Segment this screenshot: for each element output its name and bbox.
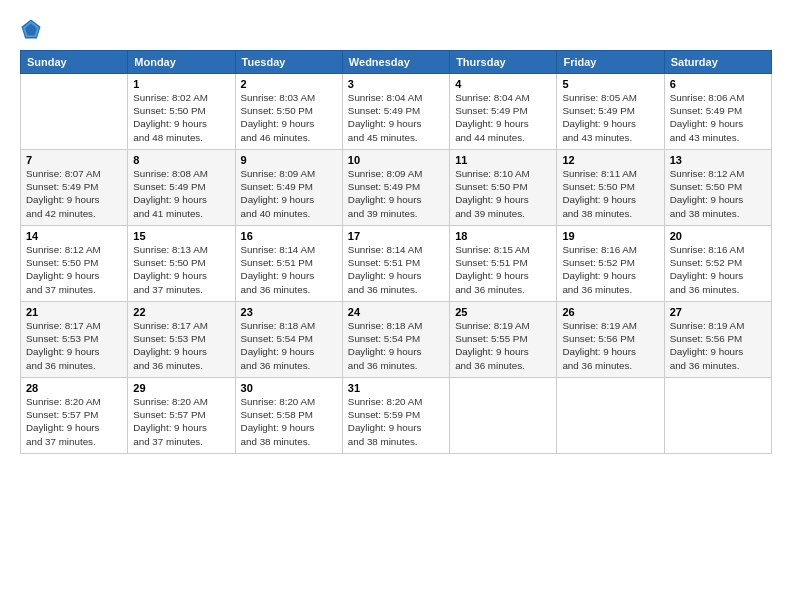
week-row-5: 28Sunrise: 8:20 AM Sunset: 5:57 PM Dayli…	[21, 378, 772, 454]
day-info: Sunrise: 8:20 AM Sunset: 5:59 PM Dayligh…	[348, 395, 444, 448]
day-cell: 7Sunrise: 8:07 AM Sunset: 5:49 PM Daylig…	[21, 150, 128, 226]
weekday-header-saturday: Saturday	[664, 51, 771, 74]
day-number: 31	[348, 382, 444, 394]
day-number: 12	[562, 154, 658, 166]
day-info: Sunrise: 8:08 AM Sunset: 5:49 PM Dayligh…	[133, 167, 229, 220]
day-number: 4	[455, 78, 551, 90]
day-info: Sunrise: 8:20 AM Sunset: 5:57 PM Dayligh…	[133, 395, 229, 448]
day-number: 21	[26, 306, 122, 318]
day-cell: 6Sunrise: 8:06 AM Sunset: 5:49 PM Daylig…	[664, 74, 771, 150]
day-cell: 18Sunrise: 8:15 AM Sunset: 5:51 PM Dayli…	[450, 226, 557, 302]
day-number: 20	[670, 230, 766, 242]
day-number: 1	[133, 78, 229, 90]
day-info: Sunrise: 8:20 AM Sunset: 5:57 PM Dayligh…	[26, 395, 122, 448]
day-number: 19	[562, 230, 658, 242]
day-info: Sunrise: 8:19 AM Sunset: 5:56 PM Dayligh…	[670, 319, 766, 372]
weekday-header-wednesday: Wednesday	[342, 51, 449, 74]
header	[20, 18, 772, 40]
day-info: Sunrise: 8:07 AM Sunset: 5:49 PM Dayligh…	[26, 167, 122, 220]
day-info: Sunrise: 8:09 AM Sunset: 5:49 PM Dayligh…	[241, 167, 337, 220]
day-info: Sunrise: 8:16 AM Sunset: 5:52 PM Dayligh…	[562, 243, 658, 296]
day-number: 24	[348, 306, 444, 318]
day-info: Sunrise: 8:18 AM Sunset: 5:54 PM Dayligh…	[348, 319, 444, 372]
day-cell: 27Sunrise: 8:19 AM Sunset: 5:56 PM Dayli…	[664, 302, 771, 378]
day-info: Sunrise: 8:14 AM Sunset: 5:51 PM Dayligh…	[241, 243, 337, 296]
day-cell: 4Sunrise: 8:04 AM Sunset: 5:49 PM Daylig…	[450, 74, 557, 150]
day-info: Sunrise: 8:12 AM Sunset: 5:50 PM Dayligh…	[26, 243, 122, 296]
day-number: 17	[348, 230, 444, 242]
day-cell: 23Sunrise: 8:18 AM Sunset: 5:54 PM Dayli…	[235, 302, 342, 378]
day-info: Sunrise: 8:14 AM Sunset: 5:51 PM Dayligh…	[348, 243, 444, 296]
day-cell: 8Sunrise: 8:08 AM Sunset: 5:49 PM Daylig…	[128, 150, 235, 226]
day-cell: 14Sunrise: 8:12 AM Sunset: 5:50 PM Dayli…	[21, 226, 128, 302]
day-number: 23	[241, 306, 337, 318]
day-info: Sunrise: 8:05 AM Sunset: 5:49 PM Dayligh…	[562, 91, 658, 144]
day-info: Sunrise: 8:06 AM Sunset: 5:49 PM Dayligh…	[670, 91, 766, 144]
day-info: Sunrise: 8:19 AM Sunset: 5:56 PM Dayligh…	[562, 319, 658, 372]
day-cell: 10Sunrise: 8:09 AM Sunset: 5:49 PM Dayli…	[342, 150, 449, 226]
day-cell	[21, 74, 128, 150]
day-cell: 12Sunrise: 8:11 AM Sunset: 5:50 PM Dayli…	[557, 150, 664, 226]
day-cell: 25Sunrise: 8:19 AM Sunset: 5:55 PM Dayli…	[450, 302, 557, 378]
day-info: Sunrise: 8:11 AM Sunset: 5:50 PM Dayligh…	[562, 167, 658, 220]
weekday-header-sunday: Sunday	[21, 51, 128, 74]
day-info: Sunrise: 8:02 AM Sunset: 5:50 PM Dayligh…	[133, 91, 229, 144]
day-info: Sunrise: 8:19 AM Sunset: 5:55 PM Dayligh…	[455, 319, 551, 372]
day-info: Sunrise: 8:10 AM Sunset: 5:50 PM Dayligh…	[455, 167, 551, 220]
weekday-header-tuesday: Tuesday	[235, 51, 342, 74]
day-number: 11	[455, 154, 551, 166]
day-info: Sunrise: 8:04 AM Sunset: 5:49 PM Dayligh…	[455, 91, 551, 144]
day-cell: 3Sunrise: 8:04 AM Sunset: 5:49 PM Daylig…	[342, 74, 449, 150]
day-info: Sunrise: 8:09 AM Sunset: 5:49 PM Dayligh…	[348, 167, 444, 220]
day-cell: 2Sunrise: 8:03 AM Sunset: 5:50 PM Daylig…	[235, 74, 342, 150]
day-info: Sunrise: 8:20 AM Sunset: 5:58 PM Dayligh…	[241, 395, 337, 448]
day-cell: 1Sunrise: 8:02 AM Sunset: 5:50 PM Daylig…	[128, 74, 235, 150]
day-cell	[557, 378, 664, 454]
day-number: 22	[133, 306, 229, 318]
day-number: 2	[241, 78, 337, 90]
day-number: 13	[670, 154, 766, 166]
day-cell	[664, 378, 771, 454]
day-info: Sunrise: 8:18 AM Sunset: 5:54 PM Dayligh…	[241, 319, 337, 372]
day-info: Sunrise: 8:17 AM Sunset: 5:53 PM Dayligh…	[26, 319, 122, 372]
day-cell: 13Sunrise: 8:12 AM Sunset: 5:50 PM Dayli…	[664, 150, 771, 226]
day-info: Sunrise: 8:12 AM Sunset: 5:50 PM Dayligh…	[670, 167, 766, 220]
day-number: 5	[562, 78, 658, 90]
day-number: 7	[26, 154, 122, 166]
day-cell: 11Sunrise: 8:10 AM Sunset: 5:50 PM Dayli…	[450, 150, 557, 226]
day-number: 15	[133, 230, 229, 242]
day-number: 30	[241, 382, 337, 394]
day-cell: 24Sunrise: 8:18 AM Sunset: 5:54 PM Dayli…	[342, 302, 449, 378]
weekday-header-monday: Monday	[128, 51, 235, 74]
day-number: 25	[455, 306, 551, 318]
page: SundayMondayTuesdayWednesdayThursdayFrid…	[0, 0, 792, 612]
week-row-2: 7Sunrise: 8:07 AM Sunset: 5:49 PM Daylig…	[21, 150, 772, 226]
day-cell: 26Sunrise: 8:19 AM Sunset: 5:56 PM Dayli…	[557, 302, 664, 378]
day-cell: 30Sunrise: 8:20 AM Sunset: 5:58 PM Dayli…	[235, 378, 342, 454]
weekday-header-friday: Friday	[557, 51, 664, 74]
day-cell: 28Sunrise: 8:20 AM Sunset: 5:57 PM Dayli…	[21, 378, 128, 454]
day-number: 9	[241, 154, 337, 166]
day-info: Sunrise: 8:13 AM Sunset: 5:50 PM Dayligh…	[133, 243, 229, 296]
day-cell: 22Sunrise: 8:17 AM Sunset: 5:53 PM Dayli…	[128, 302, 235, 378]
day-cell: 5Sunrise: 8:05 AM Sunset: 5:49 PM Daylig…	[557, 74, 664, 150]
day-info: Sunrise: 8:03 AM Sunset: 5:50 PM Dayligh…	[241, 91, 337, 144]
day-number: 3	[348, 78, 444, 90]
day-number: 27	[670, 306, 766, 318]
day-cell	[450, 378, 557, 454]
day-number: 16	[241, 230, 337, 242]
day-cell: 20Sunrise: 8:16 AM Sunset: 5:52 PM Dayli…	[664, 226, 771, 302]
calendar-table: SundayMondayTuesdayWednesdayThursdayFrid…	[20, 50, 772, 454]
logo	[20, 18, 44, 40]
week-row-4: 21Sunrise: 8:17 AM Sunset: 5:53 PM Dayli…	[21, 302, 772, 378]
day-number: 10	[348, 154, 444, 166]
day-number: 14	[26, 230, 122, 242]
day-info: Sunrise: 8:04 AM Sunset: 5:49 PM Dayligh…	[348, 91, 444, 144]
logo-icon	[20, 18, 42, 40]
day-info: Sunrise: 8:15 AM Sunset: 5:51 PM Dayligh…	[455, 243, 551, 296]
day-number: 6	[670, 78, 766, 90]
day-cell: 31Sunrise: 8:20 AM Sunset: 5:59 PM Dayli…	[342, 378, 449, 454]
day-info: Sunrise: 8:17 AM Sunset: 5:53 PM Dayligh…	[133, 319, 229, 372]
day-number: 26	[562, 306, 658, 318]
day-cell: 15Sunrise: 8:13 AM Sunset: 5:50 PM Dayli…	[128, 226, 235, 302]
